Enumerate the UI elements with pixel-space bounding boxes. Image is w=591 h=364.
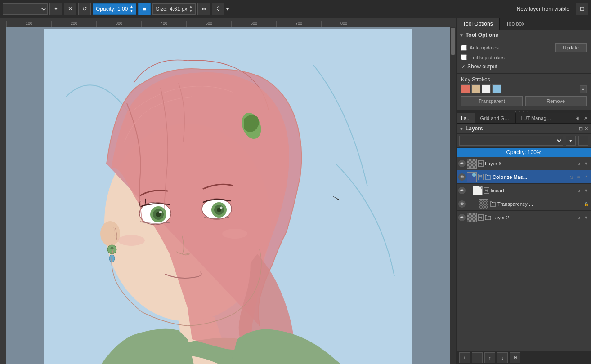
layer-4-lock-icon[interactable]: 🔒 xyxy=(583,201,589,207)
svg-point-16 xyxy=(118,235,145,246)
layer-1-visibility[interactable]: 👁 xyxy=(458,160,466,167)
layer-2-visibility[interactable]: 👁 xyxy=(458,173,466,181)
layer-3-more-icon[interactable]: ▼ xyxy=(583,187,589,194)
tool-options-title: Tool Options xyxy=(466,32,498,38)
layer-1-thumb xyxy=(467,159,477,169)
transparent-button[interactable]: Transparent xyxy=(461,96,523,106)
layer-4-actions: 🔒 xyxy=(583,201,589,207)
layers-tab-close-btn[interactable]: ✕ xyxy=(582,115,589,122)
blend-mode-dropdown[interactable]: Normal xyxy=(3,3,48,15)
ruler-mark-200: 200 xyxy=(51,21,96,27)
layer-1-name: Layer 6 xyxy=(485,161,574,166)
flip-v-btn[interactable]: ⇕ xyxy=(212,3,224,15)
show-output-row: ✓ Show output xyxy=(461,62,587,71)
layer-5-thumb xyxy=(467,213,477,222)
layers-section-header: ▼ Layers ⊞ ✕ xyxy=(457,124,591,134)
layer-3-visibility[interactable]: 👁 xyxy=(458,187,466,194)
layer-2-folder xyxy=(485,174,491,180)
add-layer-btn[interactable]: + xyxy=(459,352,470,363)
ruler-mark-600: 600 xyxy=(231,21,276,27)
layer-item-2[interactable]: 👁 ⛓ Colorize Mas... ◎ ✏ ↺ xyxy=(457,170,591,184)
drawing-canvas[interactable] xyxy=(44,29,412,364)
layer-4-thumb xyxy=(479,199,488,209)
layer-item-1[interactable]: 👁 ⛓ Layer 6 α ▼ xyxy=(457,157,591,170)
layer-2-paint-icon[interactable]: ◎ xyxy=(569,174,575,180)
move-up-btn[interactable]: ↑ xyxy=(484,352,495,363)
layers-title: Layers xyxy=(466,125,483,132)
size-label: Size: xyxy=(156,6,168,12)
layer-5-alpha-icon[interactable]: α xyxy=(576,214,582,221)
size-stepper[interactable]: ▲ ▼ xyxy=(189,4,193,13)
svg-point-19 xyxy=(337,199,339,200)
layer-5-more-icon[interactable]: ▼ xyxy=(583,214,589,221)
update-button[interactable]: Update xyxy=(555,43,587,52)
tab-lut-manager[interactable]: LUT Manage... xyxy=(516,113,556,123)
tool-icon-3[interactable]: ↺ xyxy=(78,3,91,15)
show-output-checkmark: ✓ xyxy=(461,63,466,70)
layers-tab-actions: ⊞ ✕ xyxy=(572,113,591,123)
layer-item-5[interactable]: 👁 ⛓ Layer 2 α ▼ xyxy=(457,211,591,224)
layer-2-chain[interactable]: ⛓ xyxy=(478,174,484,180)
edit-key-strokes-label: Edit key strokes xyxy=(470,55,505,60)
layer-4-folder xyxy=(490,201,496,207)
tab-layers[interactable]: La... xyxy=(457,113,475,123)
layer-3-actions: α ▼ xyxy=(576,187,589,194)
tab-tool-options[interactable]: Tool Options xyxy=(457,18,500,30)
remove-button[interactable]: Remove xyxy=(525,96,587,106)
layer-3-alpha-icon[interactable]: α xyxy=(576,187,582,194)
new-layer-from-visible-button[interactable]: New layer from visible xyxy=(512,4,574,14)
layers-collapse-icon[interactable]: ▼ xyxy=(459,126,464,131)
layers-tabs: La... Grid and Gu... LUT Manage... ⊞ ✕ xyxy=(457,113,591,124)
canvas-scrollbar-v[interactable] xyxy=(450,27,456,364)
color-swatch-4[interactable] xyxy=(492,84,501,93)
color-dropdown-button[interactable]: ▾ xyxy=(580,85,587,93)
layer-4-visibility[interactable]: 👁 xyxy=(458,200,466,208)
flip-chevron[interactable]: ▾ xyxy=(226,6,233,12)
right-panel: Tool Options Toolbox ▼ Tool Options Auto… xyxy=(456,18,591,364)
ruler-mark-400: 400 xyxy=(141,21,186,27)
top-toolbar: Normal ✦ ✕ ↺ Opacity: 1.00 ▲ ▼ ■ Size: 4… xyxy=(0,0,591,18)
edit-key-strokes-checkbox[interactable] xyxy=(461,54,467,60)
brush-preview[interactable]: ■ xyxy=(138,3,151,15)
layer-2-brush-icon[interactable]: ✏ xyxy=(576,174,582,180)
layer-1-more-icon[interactable]: ▼ xyxy=(583,160,589,167)
canvas-viewport[interactable] xyxy=(6,27,456,364)
color-swatch-1[interactable] xyxy=(461,84,470,93)
layers-tab-copy-btn[interactable]: ⊞ xyxy=(573,115,581,122)
svg-point-3 xyxy=(100,221,120,246)
tool-options-content: Auto updates Update Edit key strokes ✓ S… xyxy=(457,40,591,74)
merge-btn[interactable]: ⊕ xyxy=(510,352,520,363)
scrollbar-thumb[interactable] xyxy=(451,28,455,55)
canvas-area: 100 200 300 400 500 600 700 800 xyxy=(0,18,456,364)
tab-toolbox[interactable]: Toolbox xyxy=(500,18,531,30)
layer-1-chain[interactable]: ⛓ xyxy=(478,160,484,167)
move-down-btn[interactable]: ↓ xyxy=(497,352,508,363)
layer-5-chain[interactable]: ⛓ xyxy=(478,214,484,221)
flip-h-btn[interactable]: ⇔ xyxy=(197,3,210,15)
layer-2-more-icon[interactable]: ↺ xyxy=(583,174,589,180)
layer-1-alpha-icon[interactable]: α xyxy=(576,160,582,167)
layer-5-actions: α ▼ xyxy=(576,214,589,221)
layers-filter-btn[interactable]: ▾ xyxy=(566,136,576,146)
tool-icon-1[interactable]: ✦ xyxy=(49,3,62,15)
tab-grid-guides[interactable]: Grid and Gu... xyxy=(475,113,516,123)
layer-item-4[interactable]: 👁 Transparency ... 🔒 xyxy=(457,197,591,211)
layers-settings-btn[interactable]: ✕ xyxy=(584,126,588,132)
tool-icon-2[interactable]: ✕ xyxy=(64,3,76,15)
vertical-ruler xyxy=(0,27,6,364)
opacity-stepper[interactable]: ▲ ▼ xyxy=(130,4,133,13)
layer-5-visibility[interactable]: 👁 xyxy=(458,214,466,221)
layers-filter-btn-2[interactable]: ≡ xyxy=(578,136,588,146)
collapse-icon[interactable]: ▼ xyxy=(459,33,464,38)
size-value: 4.61 px xyxy=(170,6,187,12)
layers-blend-mode-select[interactable]: Behind xyxy=(459,136,563,146)
delete-layer-btn[interactable]: − xyxy=(472,352,483,363)
opacity-value: 1.00 xyxy=(117,6,128,12)
auto-updates-checkbox[interactable] xyxy=(461,45,467,51)
new-layer-icon[interactable]: ⊞ xyxy=(576,3,588,15)
color-swatch-2[interactable] xyxy=(471,84,480,93)
layer-item-3[interactable]: 👁 ⛓ lineart α ▼ xyxy=(457,184,591,197)
layer-3-chain[interactable]: ⛓ xyxy=(484,187,489,194)
color-swatch-3[interactable] xyxy=(482,84,491,93)
layers-copy-btn[interactable]: ⊞ xyxy=(579,126,583,132)
